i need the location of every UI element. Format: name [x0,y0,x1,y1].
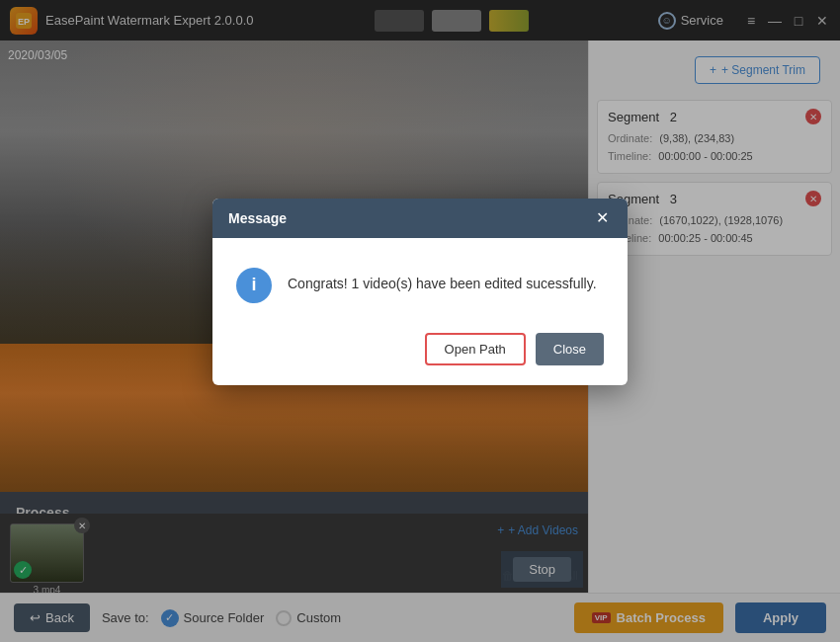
dialog-title: Message [228,210,287,226]
dialog-body: i Congrats! 1 video(s) have been edited … [212,238,628,323]
dialog-footer: Open Path Close [212,323,628,385]
dialog-header: Message ✕ [212,199,628,238]
message-dialog: Message ✕ i Congrats! 1 video(s) have be… [212,199,628,385]
close-dialog-button[interactable]: Close [536,333,604,365]
dialog-overlay: Message ✕ i Congrats! 1 video(s) have be… [0,0,840,642]
info-icon: i [236,268,272,303]
open-path-button[interactable]: Open Path [425,333,526,365]
dialog-message: Congrats! 1 video(s) have been edited su… [288,268,597,294]
info-symbol: i [251,275,256,295]
dialog-close-button[interactable]: ✕ [592,208,612,228]
